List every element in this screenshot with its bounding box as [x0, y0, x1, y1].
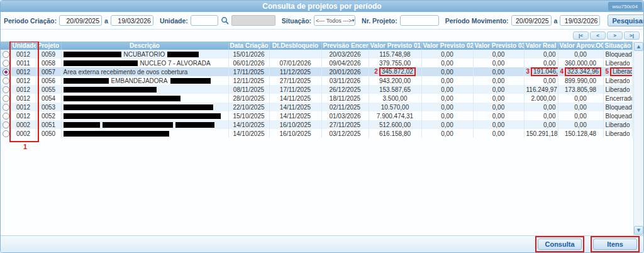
- col-header-previsao_encerra[interactable]: Previsão Encerra: [321, 42, 369, 50]
- periodo-movimento-de-input[interactable]: [511, 15, 552, 26]
- cell-data_criacao: 17/11/2025: [228, 67, 269, 76]
- table-row[interactable]: 00120056EMBANDEJADORA12/11/202527/11/202…: [1, 76, 632, 85]
- row-radio[interactable]: [3, 69, 9, 76]
- cell-data_criacao: 15/10/2025: [228, 111, 269, 120]
- cell-valor_real: 3191.046,82: [524, 67, 558, 76]
- annotation-box-value: Liberado: [610, 67, 632, 76]
- cell-situacao: Encerrado: [603, 94, 632, 103]
- table-row[interactable]: 0012005215/10/202514/11/202501/03/20267.…: [1, 111, 632, 120]
- col-header-vp01[interactable]: Valor Previsto 01: [369, 42, 421, 50]
- annotation-box-consulta: Consulta: [535, 236, 584, 252]
- cell-projeto: 0058: [36, 59, 61, 67]
- row-radio[interactable]: [3, 113, 9, 120]
- cell-vp01: 10.570,00: [369, 103, 421, 111]
- row-radio[interactable]: [3, 86, 9, 93]
- next-page-button[interactable]: >: [607, 31, 623, 40]
- col-header-projeto[interactable]: Projeto: [36, 42, 61, 50]
- consulta-button[interactable]: Consulta: [538, 239, 582, 250]
- pesquisar-button[interactable]: Pesquisar: [608, 14, 644, 26]
- col-header-vp03[interactable]: Valor Previsto 03: [473, 42, 524, 50]
- unidade-input[interactable]: [191, 15, 218, 26]
- unidade-descricao-field: [231, 15, 275, 26]
- chevron-down-icon: ▾: [352, 18, 354, 23]
- periodo-criacao-ate-input[interactable]: [111, 15, 153, 26]
- redaction-bar: [167, 52, 199, 57]
- cell-data_criacao: 12/11/2025: [228, 76, 269, 85]
- cell-vp01: 943.200,00: [369, 76, 421, 85]
- cell-situacao: Bloqueado: [603, 111, 632, 120]
- nr-projeto-input[interactable]: [400, 15, 439, 26]
- cell-valor_aprov: 150.128,48: [558, 129, 603, 138]
- col-header-vp02[interactable]: Valor Previsto 02: [421, 42, 473, 50]
- vertical-scrollbar[interactable]: ▲ ▼: [633, 42, 643, 235]
- row-radio[interactable]: [3, 77, 9, 84]
- periodo-criacao-de-input[interactable]: [59, 15, 102, 26]
- annotation-number: 5: [606, 68, 609, 75]
- col-header-valor_real[interactable]: Valor Real: [524, 42, 558, 50]
- row-radio[interactable]: [3, 95, 9, 102]
- table-row[interactable]: 0012005428/10/202514/11/202518/11/20253.…: [1, 94, 632, 103]
- cell-desc: Area externa recebimento de ovos cobertu…: [61, 67, 228, 76]
- cell-projeto: 0057: [36, 67, 61, 76]
- col-header-dt_desbloqueio[interactable]: Dt.Desbloqueio: [269, 42, 321, 50]
- row-radio[interactable]: [3, 130, 9, 137]
- grid-area: UnidadeProjetoDescriçãoData CriaçãoDt.De…: [1, 42, 643, 235]
- table-row[interactable]: 0012005508/11/202517/11/202526/12/202515…: [1, 85, 632, 94]
- cell-vp02: 0,00: [421, 103, 473, 111]
- cell-dt_desbloqueio: 14/11/2025: [269, 111, 321, 120]
- cell-desc: [61, 94, 228, 103]
- situacao-select[interactable]: <--- Todos ---> ▾: [314, 15, 355, 26]
- row-radio[interactable]: [3, 51, 9, 58]
- col-header-data_criacao[interactable]: Data Criação: [228, 42, 269, 50]
- itens-button[interactable]: Itens: [593, 239, 637, 250]
- cell-valor_aprov: 0,00: [558, 50, 603, 59]
- last-page-button[interactable]: >|: [624, 31, 640, 40]
- table-row[interactable]: 0002005014/10/202516/10/202503/12/202561…: [1, 129, 632, 138]
- scroll-down-icon[interactable]: ▼: [634, 226, 643, 235]
- cell-unidade: 0002: [11, 120, 36, 129]
- cell-select: [1, 103, 11, 111]
- row-radio[interactable]: [3, 60, 9, 67]
- cell-data_criacao: 14/10/2025: [228, 120, 269, 129]
- cell-select: [1, 129, 11, 138]
- cell-dt_desbloqueio: 16/10/2025: [269, 120, 321, 129]
- scroll-up-icon[interactable]: ▲: [634, 42, 643, 51]
- row-radio[interactable]: [3, 104, 9, 111]
- redaction-bar: [170, 78, 211, 84]
- a-label: a: [104, 17, 108, 25]
- cell-previsao_encerra: 01/03/2026: [321, 111, 369, 120]
- cell-previsao_encerra: 03/11/2026: [321, 76, 369, 85]
- cell-data_criacao: 22/10/2025: [228, 103, 269, 111]
- table-row[interactable]: 0012005322/10/202514/11/202502/11/202510…: [1, 103, 632, 111]
- table-row[interactable]: 00110058NUCLEO 7 - ALVORADA06/01/202607/…: [1, 59, 632, 67]
- description-text: NUCLEO 7 - ALVORADA: [140, 60, 211, 67]
- screen-code-badge: wsu750c04: [608, 2, 642, 11]
- row-radio[interactable]: [3, 121, 9, 128]
- filter-bar: Periodo Criação: a Unidade: Situação: <-…: [1, 12, 643, 30]
- search-icon[interactable]: [221, 16, 229, 25]
- table-row[interactable]: 0002005114/10/202516/10/202527/11/202551…: [1, 120, 632, 129]
- cell-vp02: 0,00: [421, 85, 473, 94]
- cell-valor_real: 0,00: [524, 120, 558, 129]
- col-header-unidade[interactable]: Unidade: [11, 42, 36, 50]
- annotation-number: 2: [374, 68, 378, 75]
- cell-vp02: 0,00: [421, 111, 473, 120]
- unidade-label: Unidade:: [160, 17, 188, 25]
- cell-vp03: 0,00: [473, 67, 524, 76]
- cell-projeto: 0059: [36, 50, 61, 59]
- cell-previsao_encerra: 03/12/2025: [321, 129, 369, 138]
- col-header-desc[interactable]: Descrição: [61, 42, 228, 50]
- prev-page-button[interactable]: <: [590, 31, 606, 40]
- cell-valor_real: 0,00: [524, 59, 558, 67]
- cell-desc: EMBANDEJADORA: [61, 76, 228, 85]
- redaction-bar: [64, 60, 138, 66]
- first-page-button[interactable]: |<: [573, 31, 589, 40]
- cell-select: [1, 85, 11, 94]
- cell-desc: [61, 103, 228, 111]
- table-row[interactable]: 00120057Area externa recebimento de ovos…: [1, 67, 632, 76]
- cell-unidade: 0012: [11, 67, 36, 76]
- table-row[interactable]: 00120059NCUBATORIO15/01/202620/03/202611…: [1, 50, 632, 59]
- periodo-movimento-ate-input[interactable]: [560, 15, 600, 26]
- col-header-situacao[interactable]: Situação: [603, 42, 632, 50]
- col-header-valor_aprov[interactable]: Valor Aprov.OC: [558, 42, 603, 50]
